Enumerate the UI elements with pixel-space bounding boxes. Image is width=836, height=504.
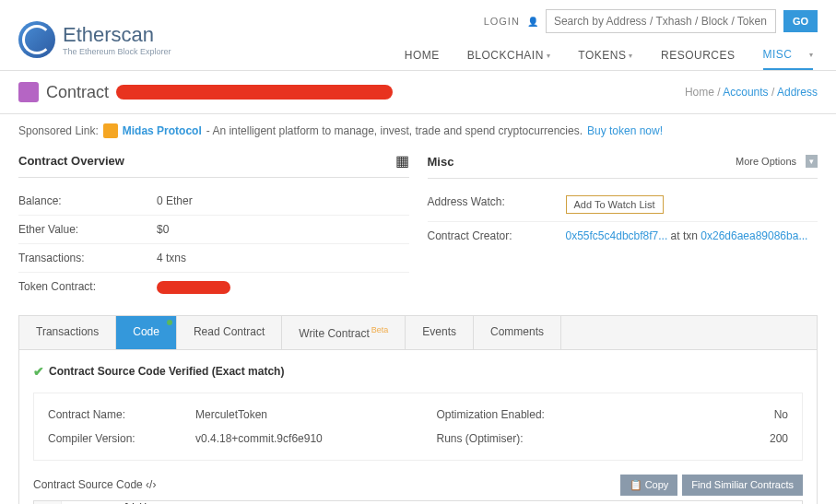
chevron-down-icon: ▾ [629,52,633,60]
watch-label: Address Watch: [428,195,566,214]
misc-title: Misc [428,155,454,169]
go-button[interactable]: GO [783,10,818,32]
runs-label: Runs (Optimiser): [437,432,584,445]
chevron-down-icon: ▾ [806,155,818,168]
contract-name-value: MerculetToken [195,408,400,421]
copy-button[interactable]: 📋 Copy [620,475,678,496]
optimization-value: No [584,408,789,421]
verified-text: Contract Source Code Verified (Exact mat… [49,365,284,378]
overview-title: Contract Overview [18,154,124,168]
more-options-button[interactable]: More Options ▾ [730,152,818,170]
user-icon: 👤 [527,17,538,27]
runs-value: 200 [584,432,789,445]
txns-value: 4 txns [157,252,409,264]
breadcrumb: Home / Accounts / Address [685,86,818,99]
chevron-down-icon: ▾ [809,51,814,59]
token-value [157,280,409,294]
etherscan-logo-icon [18,21,55,58]
tab-transactions[interactable]: Transactions [19,316,116,349]
contract-name-label: Contract Name: [48,408,195,421]
creator-txn-link[interactable]: 0x26d6aea89086ba... [701,229,807,242]
source-code-title: Contract Source Code ‹/› [33,478,156,491]
txns-label: Transactions: [18,252,157,264]
nav-home[interactable]: HOME [405,41,440,70]
contract-icon [18,82,39,102]
tab-events[interactable]: Events [406,316,474,349]
breadcrumb-address[interactable]: Address [777,86,818,99]
logo[interactable]: Etherscan The Ethereum Block Explorer [18,21,171,58]
tab-code[interactable]: Code [116,316,177,349]
nav-resources[interactable]: RESOURCES [661,41,736,70]
compiler-value: v0.4.18+commit.9cf6e910 [195,432,400,445]
source-code-viewer[interactable]: 1pragma solidity ^0.4.8; 2 3 ▸contract E… [33,500,803,504]
page-title: Contract [46,83,109,102]
breadcrumb-home[interactable]: Home [685,86,714,99]
add-watchlist-button[interactable]: Add To Watch List [566,195,664,214]
logo-subtitle: The Ethereum Block Explorer [63,47,171,56]
compiler-label: Compiler Version: [48,432,195,445]
redacted-address [116,85,393,100]
login-link[interactable]: LOGIN [484,16,520,27]
nav-blockchain[interactable]: BLOCKCHAIN▾ [467,41,551,70]
sponsor-cta[interactable]: Buy token now! [587,124,663,137]
beta-badge: Beta [371,325,389,334]
breadcrumb-accounts[interactable]: Accounts [723,86,768,99]
tab-read-contract[interactable]: Read Contract [177,316,282,349]
nav-tokens[interactable]: TOKENS▾ [578,41,633,70]
logo-title: Etherscan [63,23,171,47]
redacted-token [157,281,230,294]
copy-icon: 📋 [630,479,642,490]
sponsored-link: Sponsored Link: Midas Protocol - An inte… [0,114,836,147]
token-label: Token Contract: [18,280,157,294]
tab-write-contract[interactable]: Write ContractBeta [282,316,406,349]
ethervalue-label: Ether Value: [18,223,157,236]
balance-value: 0 Ether [157,194,409,207]
optimization-label: Optimization Enabled: [437,408,584,421]
qrcode-icon[interactable]: ▦ [395,152,409,170]
tab-comments[interactable]: Comments [474,316,561,349]
find-similar-button[interactable]: Find Similiar Contracts [682,475,803,496]
main-nav: HOME BLOCKCHAIN▾ TOKENS▾ RESOURCES MISC▾ [405,41,818,70]
sponsor-icon [103,123,118,138]
search-input[interactable] [546,9,776,33]
creator-address-link[interactable]: 0x55fc5c4dbcbf8f7... [566,229,668,242]
chevron-down-icon: ▾ [547,52,551,60]
balance-label: Balance: [18,194,157,207]
check-circle-icon: ✔ [33,364,44,379]
tabs: Transactions Code Read Contract Write Co… [19,316,817,350]
nav-misc[interactable]: MISC▾ [763,41,814,70]
verified-dot-icon [167,320,172,325]
creator-label: Contract Creator: [428,229,566,242]
ethervalue-value: $0 [157,223,409,236]
sponsor-name[interactable]: Midas Protocol [123,124,202,137]
